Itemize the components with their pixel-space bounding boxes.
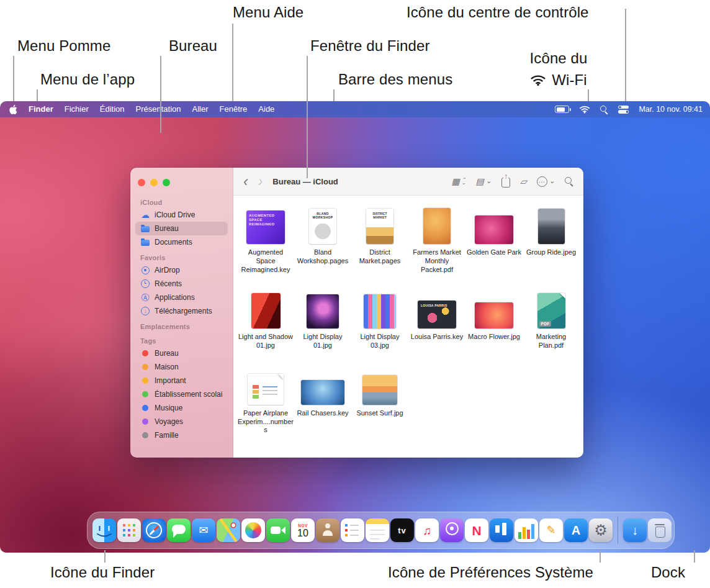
tags-button[interactable] bbox=[520, 176, 527, 187]
menu-bar-clock[interactable]: Mar. 10 nov. 09:41 bbox=[639, 105, 703, 114]
callout-menu-bar: Barre des menus bbox=[338, 71, 452, 88]
menu-aide[interactable]: Aide bbox=[253, 101, 280, 117]
file-bland-workshop[interactable]: BLAND WORKSHOP Bland Workshop.pages bbox=[294, 206, 351, 274]
tag-color-dot bbox=[142, 391, 148, 397]
control-center-icon[interactable] bbox=[618, 106, 629, 114]
file-district-market[interactable]: DISTRICT MARKET District Market.pages bbox=[351, 206, 408, 274]
callout-desktop: Bureau bbox=[169, 37, 217, 55]
dock-pages-icon[interactable] bbox=[539, 518, 563, 542]
close-button[interactable] bbox=[138, 179, 145, 186]
file-group-ride[interactable]: Group Ride.jpeg bbox=[523, 206, 580, 274]
dock-numbers-icon[interactable] bbox=[515, 518, 538, 542]
menu-presentation[interactable]: Présentation bbox=[130, 101, 187, 117]
sidebar-item-icloud-drive[interactable]: iCloud Drive bbox=[135, 208, 228, 222]
chevron-down-icon bbox=[486, 176, 492, 187]
zoom-button[interactable] bbox=[163, 179, 170, 186]
file-marketing-plan[interactable]: PDF Marketing Plan.pdf bbox=[523, 290, 580, 350]
chevron-down-icon bbox=[549, 176, 555, 187]
dock: NOV 10 tv N A bbox=[87, 512, 675, 549]
sidebar-item-documents[interactable]: Documents bbox=[135, 235, 228, 249]
share-button[interactable] bbox=[501, 175, 510, 188]
more-button[interactable] bbox=[537, 176, 555, 187]
file-paper-airplane-experiment[interactable]: Paper Airplane Experim....numbers bbox=[237, 366, 294, 435]
desktop[interactable]: iCloud iCloud Drive Bureau Documents Fav… bbox=[0, 117, 710, 553]
sidebar-tag-etablissement-scolaire[interactable]: Établissement scolaire bbox=[135, 387, 228, 401]
menu-aller[interactable]: Aller bbox=[187, 101, 214, 117]
wifi-menu-icon[interactable] bbox=[579, 105, 590, 114]
menu-fenetre[interactable]: Fenêtre bbox=[214, 101, 253, 117]
dock-mail-icon[interactable] bbox=[192, 518, 215, 542]
forward-button[interactable] bbox=[258, 174, 263, 189]
dock-podcasts-icon[interactable] bbox=[440, 518, 464, 542]
finder-sidebar: iCloud iCloud Drive Bureau Documents Fav… bbox=[130, 168, 233, 458]
file-louisa-parris[interactable]: LOUISA PARRIS Louisa Parris.key bbox=[408, 290, 465, 350]
dock-photos-icon[interactable] bbox=[241, 518, 265, 542]
menu-finder[interactable]: Finder bbox=[23, 101, 59, 117]
dock-tv-icon[interactable]: tv bbox=[390, 518, 414, 542]
file-golden-gate-park[interactable]: Golden Gate Park bbox=[465, 206, 523, 274]
dock-divider bbox=[618, 517, 618, 544]
file-light-display-01[interactable]: Light Display 01.jpg bbox=[294, 290, 351, 350]
callout-line-desktop bbox=[160, 56, 161, 133]
sidebar-item-airdrop[interactable]: AirDrop bbox=[135, 263, 228, 277]
sidebar-item-telechargements[interactable]: Téléchargements bbox=[135, 304, 228, 318]
dock-system-preferences-icon[interactable] bbox=[589, 518, 613, 542]
menu-fichier[interactable]: Fichier bbox=[59, 101, 94, 117]
sidebar-tag-bureau[interactable]: Bureau bbox=[135, 346, 228, 360]
file-thumbnail: AUGMENTED SPACE REIMAGINED bbox=[246, 210, 285, 244]
apple-menu[interactable] bbox=[7, 104, 23, 115]
sidebar-item-bureau[interactable]: Bureau bbox=[135, 222, 228, 235]
dock-notes-icon[interactable] bbox=[366, 518, 389, 542]
group-button[interactable] bbox=[476, 176, 492, 187]
dock-downloads-icon[interactable] bbox=[623, 518, 647, 542]
dock-facetime-icon[interactable] bbox=[266, 518, 290, 542]
file-name: Light Display 03.jpg bbox=[352, 333, 408, 350]
sidebar-tag-important[interactable]: Important bbox=[135, 374, 228, 387]
dock-contacts-icon[interactable] bbox=[316, 518, 339, 542]
chevron-up-down-icon bbox=[462, 178, 466, 184]
sidebar-tag-maison[interactable]: Maison bbox=[135, 360, 228, 374]
search-button[interactable] bbox=[565, 177, 573, 186]
thumbnail-text: AUGMENTED SPACE REIMAGINED bbox=[246, 210, 285, 230]
sidebar-item-recents[interactable]: Récents bbox=[135, 277, 228, 291]
dock-music-icon[interactable] bbox=[415, 518, 439, 542]
dock-messages-icon[interactable] bbox=[167, 518, 191, 542]
dock-safari-icon[interactable] bbox=[142, 518, 166, 542]
file-macro-flower[interactable]: Macro Flower.jpg bbox=[465, 290, 523, 350]
sidebar-tag-famille[interactable]: Famille bbox=[135, 428, 228, 442]
file-light-and-shadow-01[interactable]: Light and Shadow 01.jpg bbox=[237, 290, 294, 350]
callout-line-app-menu bbox=[37, 89, 38, 101]
view-button[interactable] bbox=[452, 176, 466, 187]
back-button[interactable] bbox=[243, 174, 248, 189]
sidebar-tag-voyages[interactable]: Voyages bbox=[135, 415, 228, 428]
dock-app-store-icon[interactable]: A bbox=[564, 518, 588, 542]
sidebar-item-label: Bureau bbox=[155, 224, 179, 233]
file-augmented-space-reimagined[interactable]: AUGMENTED SPACE REIMAGINED Augmented Spa… bbox=[237, 206, 294, 274]
menu-edition[interactable]: Édition bbox=[94, 101, 130, 117]
dock-news-icon[interactable]: N bbox=[465, 518, 488, 542]
folder-icon bbox=[141, 226, 150, 232]
sidebar-tag-musique[interactable]: Musique bbox=[135, 401, 228, 415]
dock-calendar-icon[interactable]: NOV 10 bbox=[291, 518, 315, 542]
dock-finder-icon[interactable] bbox=[92, 518, 116, 542]
spotlight-icon[interactable] bbox=[600, 106, 608, 114]
minimize-button[interactable] bbox=[150, 179, 158, 186]
dock-reminders-icon[interactable] bbox=[341, 518, 364, 542]
battery-icon[interactable] bbox=[555, 106, 569, 113]
toggle-pill bbox=[618, 110, 629, 114]
tag-color-dot bbox=[142, 364, 148, 370]
callout-dock: Dock bbox=[651, 564, 685, 581]
thumbnail-text: BLAND WORKSHOP bbox=[309, 212, 336, 219]
dock-maps-icon[interactable] bbox=[217, 518, 240, 542]
file-farmers-market-packet[interactable]: Farmers Market Monthly Packet.pdf bbox=[408, 206, 465, 274]
callout-wifi: Icône du Wi-Fi bbox=[508, 50, 609, 89]
dock-launchpad-icon[interactable] bbox=[117, 518, 141, 542]
sidebar-item-applications[interactable]: Applications bbox=[135, 291, 228, 304]
file-name: Bland Workshop.pages bbox=[295, 248, 351, 266]
dock-keynote-icon[interactable] bbox=[490, 518, 513, 542]
file-rail-chasers[interactable]: Rail Chasers.key bbox=[294, 366, 351, 435]
file-light-display-03[interactable]: Light Display 03.jpg bbox=[351, 290, 408, 350]
dock-trash-icon[interactable] bbox=[648, 518, 672, 542]
file-sunset-surf[interactable]: Sunset Surf.jpg bbox=[351, 366, 408, 435]
file-name: Marketing Plan.pdf bbox=[523, 333, 579, 350]
